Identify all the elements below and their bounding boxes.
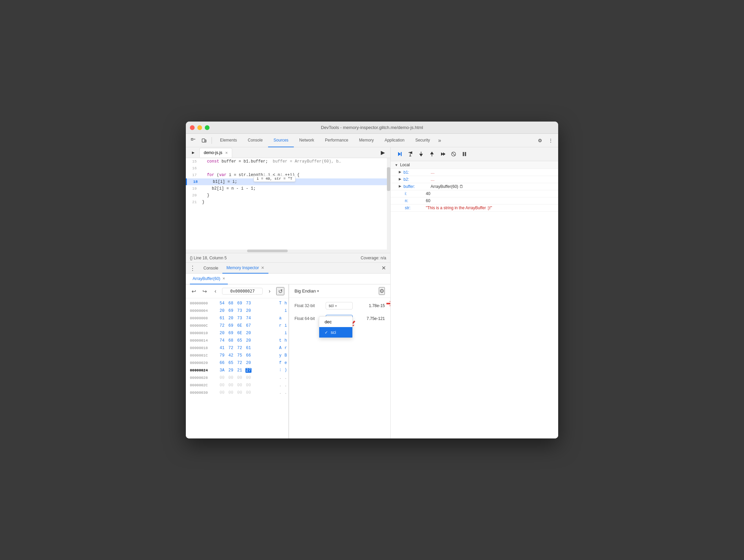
nav-back-button[interactable]: ↩ [190, 287, 198, 295]
tab-console-bottom[interactable]: Console [199, 263, 222, 274]
status-right: Coverage: n/a [361, 256, 386, 260]
value-panel-settings[interactable]: ⚙ [379, 287, 385, 295]
top-toolbar: Elements Console Sources Network Perform… [186, 134, 558, 147]
address-input[interactable] [222, 288, 263, 295]
hex-row: 00000008 61 20 73 74 a [186, 315, 288, 322]
hex-row: 00000010 20 69 6E 20 [186, 329, 288, 337]
svg-marker-10 [420, 154, 422, 156]
bottom-panel-menu[interactable]: ⋮ [189, 264, 197, 272]
tab-sources[interactable]: Sources [268, 134, 294, 147]
device-toolbar-button[interactable] [199, 136, 209, 145]
memory-inspector-tab-close[interactable]: ✕ [261, 265, 264, 270]
float32-dropdown-arrow: ▾ [335, 304, 337, 308]
tab-performance[interactable]: Performance [320, 134, 354, 147]
dropdown-sci-checkmark: ✓ [325, 330, 328, 335]
nav-forward-button[interactable]: ↪ [201, 287, 209, 295]
main-tab-bar: Elements Console Sources Network Perform… [215, 134, 534, 147]
bottom-tab-bar: ⋮ Console Memory Inspector ✕ ✕ [186, 263, 390, 274]
tab-network[interactable]: Network [294, 134, 320, 147]
vertical-scrollbar[interactable] [387, 158, 390, 250]
right-panel: ▼ Local ▶ b1: … ▶ b2: … ▶ [391, 147, 558, 438]
debug-step-out-button[interactable] [427, 149, 437, 159]
inspect-element-button[interactable] [189, 136, 198, 145]
code-area[interactable]: 15 const buffer = b1.buffer; buffer = Ar… [186, 158, 390, 253]
more-options-button[interactable]: ⋮ [546, 136, 555, 145]
toolbar-right: ⚙ ⋮ [535, 136, 555, 145]
horizontal-scroll-thumb[interactable] [247, 250, 288, 252]
svg-line-16 [452, 152, 455, 156]
float32-type-select[interactable]: sci ▾ [326, 302, 353, 309]
endian-label: Big Endian [294, 288, 316, 294]
scope-item-b1: ▶ b1: … [391, 169, 558, 176]
float64-value: 7.75e-121 [367, 316, 385, 321]
traffic-lights [190, 125, 210, 130]
nav-prev-button[interactable]: ‹ [212, 287, 220, 295]
tab-elements[interactable]: Elements [215, 134, 242, 147]
vertical-scroll-thumb[interactable] [387, 167, 390, 191]
hex-row: 00000018 41 72 72 61 A [186, 344, 288, 352]
source-navigate-button[interactable]: ▶ [189, 148, 198, 157]
arraybuffer-tab[interactable]: ArrayBuffer(60) ✕ [190, 274, 228, 284]
format-button[interactable]: ▶ [378, 148, 388, 157]
debug-tooltip: i = 40, str = "T [254, 176, 296, 182]
source-toolbar-right: ▶ [378, 148, 388, 157]
bottom-panel-close[interactable]: ✕ [379, 264, 388, 272]
file-tab[interactable]: demo-js.js ✕ [199, 148, 232, 157]
debug-resume-button[interactable] [395, 149, 404, 159]
dropdown-option-dec[interactable]: dec [319, 317, 352, 327]
float32-row: Float 32-bit sci ▾ 1.78e-15 ➔ [294, 302, 385, 309]
maximize-button[interactable] [205, 125, 210, 130]
float64-label: Float 64-bit [294, 316, 322, 321]
memory-value-header: Big Endian ▾ ⚙ [289, 284, 390, 298]
tab-security[interactable]: Security [410, 134, 435, 147]
debug-deactivate-button[interactable] [449, 149, 458, 159]
hex-row-current: 00000024 3A 29 21 27 : [186, 367, 288, 374]
tab-memory-inspector[interactable]: Memory Inspector ✕ [222, 263, 268, 274]
refresh-button[interactable]: ↺ [276, 287, 284, 295]
debug-step-into-button[interactable] [416, 149, 426, 159]
tab-console[interactable]: Console [242, 134, 268, 147]
file-tab-close[interactable]: ✕ [225, 151, 228, 155]
memory-inspector-content: ↩ ↪ ‹ › ↺ 00000000 [186, 284, 390, 438]
scope-triangle: ▼ [395, 163, 398, 167]
toolbar-divider [212, 137, 212, 144]
code-line-20: 20 } [186, 192, 390, 199]
svg-rect-18 [465, 152, 466, 156]
source-header: ▶ demo-js.js ✕ ▶ [186, 147, 390, 158]
scope-local-header[interactable]: ▼ Local [391, 161, 558, 169]
hex-row: 0000002C 00 00 00 00 . [186, 382, 288, 389]
arraybuffer-tab-bar: ArrayBuffer(60) ✕ [186, 274, 390, 284]
svg-rect-0 [191, 138, 193, 140]
dropdown-sci-label: sci [331, 330, 336, 335]
tab-memory[interactable]: Memory [354, 134, 379, 147]
nav-next-button[interactable]: › [265, 287, 273, 295]
scope-local-label: Local [400, 163, 410, 167]
debug-pause-button[interactable] [460, 149, 469, 159]
bottom-panel: ⋮ Console Memory Inspector ✕ ✕ Ar [186, 262, 390, 438]
arraybuffer-tab-close[interactable]: ✕ [222, 277, 225, 280]
type-dropdown: dec ✓ sci [319, 316, 353, 338]
hex-row: 00000014 74 68 65 20 t [186, 337, 288, 344]
minimize-button[interactable] [197, 125, 202, 130]
window-title: DevTools - memory-inspector.glitch.me/de… [321, 125, 423, 130]
debug-step-button[interactable] [438, 149, 447, 159]
hex-row: 00000020 66 65 72 20 f [186, 359, 288, 367]
endian-selector[interactable]: Big Endian ▾ [294, 288, 319, 294]
svg-marker-14 [443, 152, 445, 156]
devtools-body: Elements Console Sources Network Perform… [186, 134, 558, 438]
dropdown-option-sci[interactable]: ✓ sci [319, 327, 352, 338]
hex-row: 00000000 54 68 69 73 T [186, 300, 288, 307]
debug-toolbar [391, 147, 558, 161]
code-line-15: 15 const buffer = b1.buffer; buffer = Ar… [186, 158, 390, 165]
titlebar: DevTools - memory-inspector.glitch.me/de… [186, 122, 558, 134]
more-tabs-button[interactable]: » [435, 134, 444, 147]
svg-rect-17 [463, 152, 464, 156]
horizontal-scrollbar[interactable] [186, 250, 390, 253]
hex-content[interactable]: 00000000 54 68 69 73 T [186, 298, 288, 438]
hex-row: 00000004 20 69 73 20 [186, 307, 288, 315]
debug-step-over-button[interactable] [406, 149, 415, 159]
settings-button[interactable]: ⚙ [535, 136, 545, 145]
tab-application[interactable]: Application [379, 134, 410, 147]
svg-marker-4 [398, 152, 401, 156]
close-button[interactable] [190, 125, 195, 130]
